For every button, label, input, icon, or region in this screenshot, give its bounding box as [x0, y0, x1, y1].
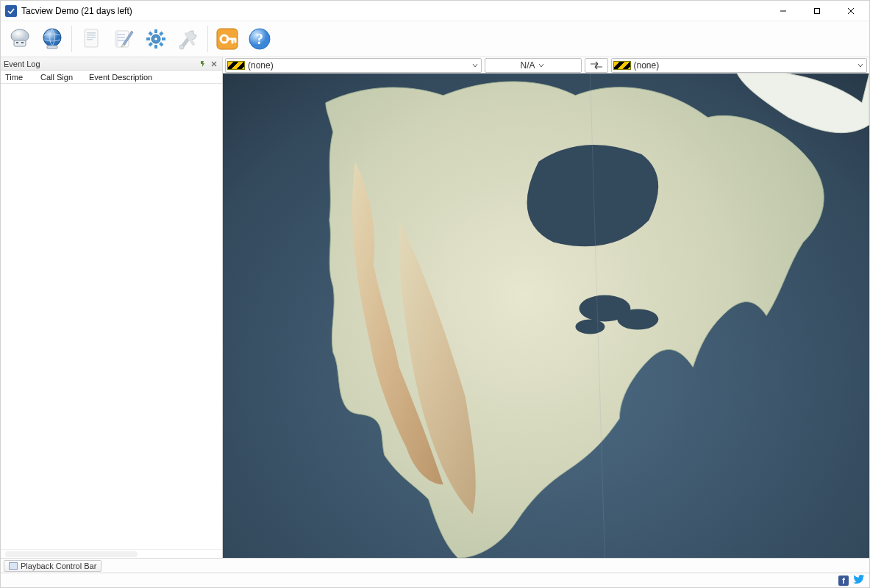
event-log-scrollbar[interactable] [1, 549, 222, 558]
event-log-body[interactable] [1, 84, 222, 549]
help-button[interactable]: ? [245, 24, 274, 54]
map-viewport[interactable] [223, 74, 869, 558]
svg-point-24 [617, 309, 658, 330]
object-selector-bar: (none) N/A (none) [223, 57, 869, 74]
app-icon [5, 5, 17, 17]
svg-rect-13 [115, 31, 118, 47]
svg-rect-4 [21, 42, 24, 43]
primary-object-label: (none) [248, 60, 469, 71]
svg-point-5 [43, 29, 61, 46]
content-area: Event Log Time Call Sign Event Descripti… [1, 57, 869, 558]
chevron-down-icon [472, 60, 478, 71]
edit-button[interactable] [109, 24, 138, 54]
event-log-columns: Time Call Sign Event Description [1, 71, 222, 84]
event-log-panel: Event Log Time Call Sign Event Descripti… [1, 57, 223, 558]
event-log-header: Event Log [1, 57, 222, 71]
bottom-toolbar: Playback Control Bar [1, 558, 869, 573]
chevron-down-icon [857, 60, 863, 71]
map-area: (none) N/A (none) [223, 57, 869, 558]
main-toolbar: ? [1, 21, 869, 57]
hazard-stripes-icon [227, 61, 245, 70]
window-controls [766, 1, 868, 21]
column-call-sign[interactable]: Call Sign [36, 71, 85, 83]
record-button[interactable] [5, 24, 35, 54]
tools-button[interactable] [174, 24, 203, 54]
hazard-stripes-icon [613, 61, 631, 70]
close-button[interactable] [834, 1, 868, 21]
svg-point-25 [575, 319, 605, 334]
relation-label: N/A [520, 60, 535, 71]
svg-rect-11 [87, 39, 93, 40]
svg-rect-0 [815, 9, 820, 14]
minimize-button[interactable] [766, 1, 800, 21]
column-time[interactable]: Time [1, 71, 36, 83]
column-description[interactable]: Event Description [85, 71, 222, 83]
panel-close-icon[interactable] [209, 59, 219, 69]
toolbar-separator [71, 26, 72, 52]
secondary-object-selector[interactable]: (none) [611, 58, 868, 73]
panel-icon [9, 562, 18, 570]
playback-control-bar-button[interactable]: Playback Control Bar [4, 560, 101, 572]
svg-rect-8 [87, 32, 96, 34]
panel-pin-icon[interactable] [197, 59, 207, 69]
svg-text:?: ? [256, 31, 263, 47]
toolbar-separator [207, 26, 208, 52]
swap-objects-button[interactable] [585, 58, 608, 73]
secondary-object-label: (none) [634, 60, 855, 71]
svg-rect-7 [85, 29, 98, 47]
playback-label: Playback Control Bar [21, 562, 96, 570]
status-bar: f [1, 573, 869, 587]
svg-point-15 [154, 37, 158, 41]
facebook-icon[interactable]: f [838, 576, 849, 586]
document-button[interactable] [76, 24, 106, 54]
maximize-button[interactable] [800, 1, 834, 21]
event-log-title: Event Log [4, 60, 40, 68]
twitter-icon[interactable] [853, 573, 865, 587]
relation-selector[interactable]: N/A [485, 58, 582, 73]
svg-rect-6 [47, 46, 57, 49]
license-key-button[interactable] [213, 24, 242, 54]
social-links: f [838, 573, 865, 587]
online-button[interactable] [38, 24, 67, 54]
svg-rect-2 [14, 40, 26, 46]
svg-point-16 [179, 45, 184, 49]
titlebar: Tacview Demo (21 days left) [1, 1, 869, 21]
window-title: Tacview Demo (21 days left) [21, 6, 766, 16]
svg-rect-9 [87, 35, 96, 36]
svg-rect-10 [87, 37, 96, 38]
chevron-down-icon [538, 60, 544, 71]
svg-rect-3 [16, 42, 18, 43]
settings-button[interactable] [141, 24, 171, 54]
primary-object-selector[interactable]: (none) [225, 58, 482, 73]
